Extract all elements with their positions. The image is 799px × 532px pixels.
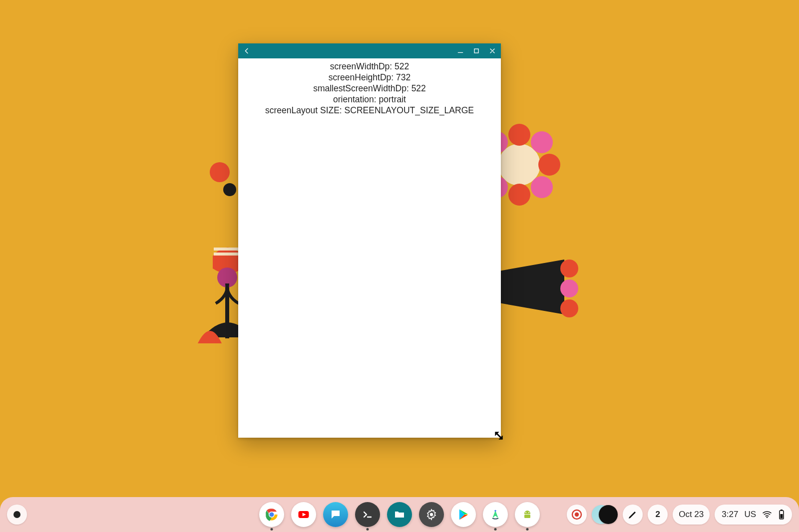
tray-date: Oct 23 [679, 510, 704, 520]
svg-point-1 [508, 124, 530, 146]
tray-keyboard: US [744, 510, 756, 520]
launcher-dot-icon [13, 511, 20, 518]
resize-handle-cursor-icon[interactable] [494, 431, 503, 440]
minimize-icon [456, 47, 464, 55]
maximize-button[interactable] [472, 46, 481, 55]
window-titlebar[interactable] [238, 43, 501, 58]
svg-point-5 [531, 131, 553, 153]
stylus-icon [627, 509, 639, 521]
svg-rect-27 [524, 515, 530, 518]
svg-rect-33 [781, 514, 783, 519]
svg-point-6 [531, 176, 553, 198]
youtube-icon [297, 508, 311, 522]
tray-time: 3:27 [722, 510, 738, 520]
app-content: screenWidthDp: 522 screenHeightDp: 732 s… [238, 58, 501, 116]
wallpaper-bud-icon [210, 160, 240, 220]
svg-point-23 [430, 513, 433, 516]
config-line: orientation: portrait [238, 94, 501, 105]
svg-point-2 [538, 154, 560, 176]
shelf-app-settings[interactable] [419, 502, 444, 527]
calendar-chip[interactable]: Oct 23 [673, 505, 710, 525]
chrome-icon [265, 508, 279, 522]
svg-point-3 [508, 184, 530, 206]
notifications-button[interactable]: 2 [648, 505, 668, 525]
gear-icon [425, 509, 437, 521]
svg-point-29 [575, 513, 579, 517]
shelf-app-android-studio[interactable] [483, 502, 508, 527]
launcher-button[interactable] [7, 505, 27, 525]
folder-icon [394, 509, 405, 521]
avatar-icon [599, 505, 618, 524]
shelf-app-android-emulator[interactable] [515, 502, 540, 527]
notifications-count: 2 [655, 510, 660, 520]
svg-rect-32 [781, 510, 783, 511]
battery-icon [778, 509, 785, 520]
svg-point-26 [528, 512, 529, 513]
shelf-apps [259, 502, 540, 527]
shelf-app-terminal[interactable] [355, 502, 380, 527]
terminal-icon [362, 509, 374, 521]
svg-point-25 [525, 512, 526, 513]
svg-point-16 [223, 183, 236, 196]
maximize-icon [472, 47, 480, 55]
android-studio-icon [488, 508, 502, 522]
shelf-app-messages[interactable] [323, 502, 348, 527]
shelf-app-youtube[interactable] [291, 502, 316, 527]
record-icon [571, 509, 583, 521]
screencast-button[interactable] [567, 505, 587, 525]
svg-point-12 [560, 299, 578, 317]
stylus-tools-button[interactable] [623, 505, 643, 525]
system-tray: 2 Oct 23 3:27 US [567, 504, 792, 525]
config-line: screenHeightDp: 732 [238, 72, 501, 83]
config-line: smallestScreenWidthDp: 522 [238, 83, 501, 94]
chat-bubble-icon [330, 509, 342, 521]
svg-point-30 [767, 517, 768, 518]
svg-point-0 [498, 144, 540, 186]
wifi-icon [762, 511, 772, 519]
shelf-app-files[interactable] [387, 502, 412, 527]
close-icon [488, 47, 496, 55]
shelf-app-play-store[interactable] [451, 502, 476, 527]
play-store-icon [456, 508, 470, 522]
minimize-button[interactable] [456, 46, 465, 55]
svg-point-11 [560, 279, 578, 297]
status-area[interactable]: 3:27 US [715, 505, 792, 525]
android-robot-icon [521, 509, 533, 521]
arrow-left-icon [243, 47, 251, 55]
shelf: 2 Oct 23 3:27 US [0, 497, 799, 532]
shelf-app-chrome[interactable] [259, 502, 284, 527]
config-line: screenWidthDp: 522 [238, 61, 501, 72]
back-button[interactable] [242, 46, 251, 55]
account-switcher[interactable] [592, 504, 618, 525]
svg-point-15 [210, 162, 230, 182]
android-app-window: screenWidthDp: 522 screenHeightDp: 732 s… [238, 43, 501, 438]
svg-point-10 [560, 260, 578, 277]
svg-rect-17 [474, 49, 478, 53]
close-button[interactable] [488, 46, 497, 55]
config-line: screenLayout SIZE: SCREENLAYOUT_SIZE_LAR… [238, 105, 501, 116]
